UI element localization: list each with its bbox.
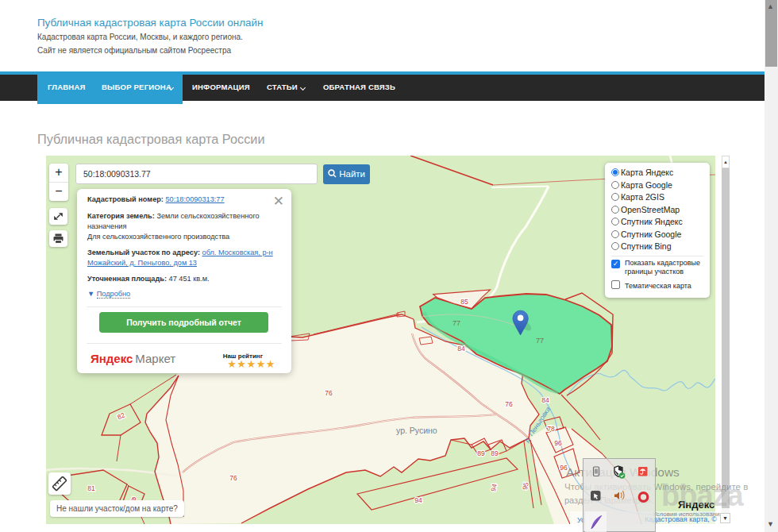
svg-text:85: 85 (460, 298, 468, 306)
svg-text:89: 89 (477, 449, 485, 457)
svg-text:81: 81 (87, 484, 95, 492)
svg-text:84: 84 (541, 396, 549, 404)
svg-text:ур. Русино: ур. Русино (396, 426, 437, 435)
svg-text:76: 76 (229, 474, 237, 482)
svg-text:77: 77 (536, 337, 544, 345)
svg-text:77: 77 (453, 319, 460, 327)
svg-text:76: 76 (325, 389, 333, 397)
svg-text:84: 84 (457, 345, 465, 353)
svg-text:78: 78 (547, 425, 555, 433)
svg-text:96: 96 (554, 439, 562, 447)
svg-text:94: 94 (414, 496, 422, 504)
svg-text:95: 95 (521, 481, 530, 490)
svg-text:89: 89 (491, 449, 499, 457)
svg-text:76: 76 (505, 400, 513, 408)
